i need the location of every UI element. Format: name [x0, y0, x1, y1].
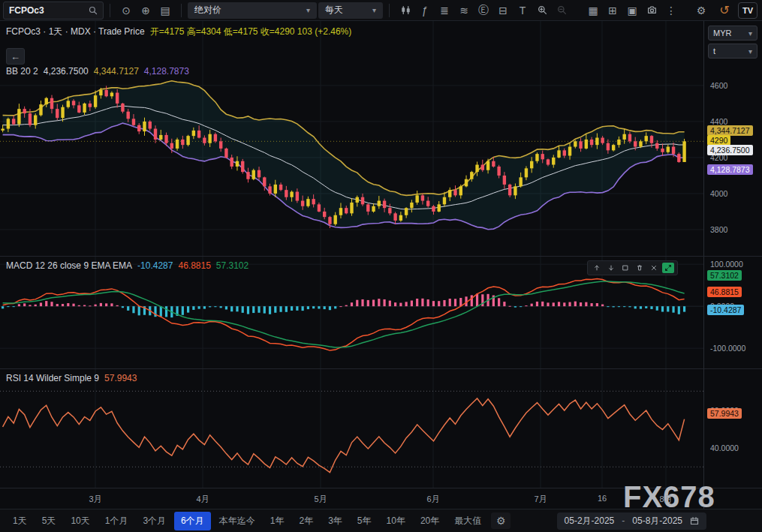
- symbol-search-value: FCPOc3: [9, 5, 44, 16]
- price-axis-label: 4000: [710, 189, 727, 198]
- time-axis-label: 3月: [89, 494, 101, 505]
- text-tool-icon[interactable]: T: [513, 2, 532, 20]
- range-button-1天[interactable]: 1天: [6, 512, 34, 530]
- economic-events-icon[interactable]: Ⓔ: [474, 2, 493, 20]
- interval-label: 每天: [325, 4, 343, 17]
- toolbar-divider: [181, 4, 182, 17]
- toolbar-layout-icons: ▦⊞▣⋮: [583, 2, 681, 20]
- scroll-left-button[interactable]: ←: [6, 48, 25, 65]
- indicator-templates-icon[interactable]: ≣: [435, 2, 454, 20]
- date-from: 05-2月-2025: [565, 515, 615, 527]
- price-scale[interactable]: MYR ▾ t ▾ 46004400420040003800100.00000.…: [703, 21, 762, 509]
- range-settings-icon[interactable]: ⚙: [491, 512, 511, 529]
- price-mode-dropdown[interactable]: 绝对价 ▾: [188, 2, 317, 19]
- chevron-down-icon: ▾: [748, 29, 752, 38]
- pane-divider[interactable]: [0, 368, 762, 369]
- rsi-pane-header[interactable]: RSI 14 Wilder Simple 9 57.9943: [6, 373, 137, 383]
- currency-label: MYR: [713, 29, 731, 38]
- toolbar-divider: [110, 4, 110, 17]
- macd-pane-controls: [587, 260, 678, 275]
- save-layout-icon[interactable]: ▣: [622, 2, 642, 20]
- pane-delete-icon[interactable]: [634, 263, 646, 273]
- range-button-3年[interactable]: 3年: [321, 512, 349, 530]
- rsi-axis-label: 40.0000: [710, 443, 739, 452]
- date-range-picker[interactable]: 05-2月-2025 - 05-8月-2025: [557, 512, 706, 530]
- open-layout-icon[interactable]: ▤: [155, 2, 175, 20]
- range-buttons: 1天5天10天1个月3个月6个月本年迄今1年2年3年5年10年20年最大值: [6, 512, 488, 530]
- chevron-down-icon: ▾: [748, 47, 752, 56]
- price-badge: 4,344.7127: [707, 125, 753, 136]
- zoom-in-icon[interactable]: [532, 2, 552, 20]
- range-button-2年[interactable]: 2年: [292, 512, 320, 530]
- time-axis-label: 6月: [426, 494, 439, 505]
- range-button-6个月[interactable]: 6个月: [174, 512, 211, 530]
- unit-dropdown[interactable]: t ▾: [708, 44, 757, 59]
- rsi-value: 57.9943: [104, 373, 137, 383]
- chart-title[interactable]: FCPOc3 · 1天 · MDX · Trade Price: [6, 26, 145, 38]
- toolbar-divider: [389, 4, 390, 17]
- watchlist-icon[interactable]: ⊙: [116, 2, 136, 20]
- rsi-chart-canvas[interactable]: [0, 368, 703, 488]
- range-button-1年[interactable]: 1年: [264, 512, 291, 530]
- toolbar-tool-icons: ƒ≣≋Ⓔ⊟T: [396, 2, 571, 20]
- price-chart-canvas[interactable]: [0, 21, 703, 256]
- pane-close-icon[interactable]: [648, 263, 660, 273]
- range-button-1个月[interactable]: 1个月: [98, 512, 135, 530]
- macd-badge: 57.3102: [707, 270, 742, 281]
- currency-dropdown[interactable]: MYR ▾: [708, 26, 757, 41]
- layout-grid-icon[interactable]: ▦: [583, 2, 603, 20]
- chart-style-icon[interactable]: [396, 2, 415, 20]
- rsi-indicator-label: RSI 14 Wilder Simple 9: [6, 373, 99, 383]
- macd-indicator-label: MACD 12 26 close 9 EMA EMA: [6, 260, 132, 271]
- range-button-5年[interactable]: 5年: [351, 512, 378, 530]
- price-mode-label: 绝对价: [194, 4, 221, 17]
- compare-icon[interactable]: ≋: [454, 2, 474, 20]
- pane-expand-icon[interactable]: [662, 263, 674, 273]
- chevron-down-icon: ▾: [372, 6, 376, 14]
- calendar-icon: [690, 516, 699, 525]
- range-button-3个月[interactable]: 3个月: [136, 512, 173, 530]
- range-button-10年[interactable]: 10年: [380, 512, 412, 530]
- chart-column: FCPOc3 · 1天 · MDX · Trade Price 开=4175 高…: [0, 21, 703, 509]
- pane-divider[interactable]: [0, 256, 762, 257]
- trading-app: FCPOc3 ⊙⊕▤ 绝对价 ▾ 每天 ▾ ƒ≣≋Ⓔ⊟T ▦⊞▣⋮ ⚙ ↺ TV: [0, 0, 762, 532]
- macd-line-value: 46.8815: [178, 260, 210, 271]
- macd-pane-header[interactable]: MACD 12 26 close 9 EMA EMA -10.4287 46.8…: [6, 260, 248, 271]
- rsi-badge: 57.9943: [707, 408, 742, 419]
- macd-badge: -10.4287: [707, 305, 744, 315]
- price-pane: FCPOc3 · 1天 · MDX · Trade Price 开=4175 高…: [0, 21, 703, 256]
- bb-indicator-row[interactable]: BB 20 2 4,236.7500 4,344.7127 4,128.7873: [6, 66, 189, 77]
- price-badge: 4,128.7873: [707, 164, 753, 175]
- range-button-5天[interactable]: 5天: [35, 512, 63, 530]
- bottom-toolbar: 1天5天10天1个月3个月6个月本年迄今1年2年3年5年10年20年最大值 ⚙ …: [0, 509, 762, 532]
- more-options-icon[interactable]: ⋮: [661, 2, 681, 20]
- zoom-out-icon[interactable]: [552, 2, 571, 20]
- bb-lower-value: 4,128.7873: [144, 66, 189, 77]
- interval-dropdown[interactable]: 每天 ▾: [318, 2, 383, 19]
- range-button-最大值[interactable]: 最大值: [447, 512, 488, 530]
- price-badge: 4,236.7500: [707, 145, 753, 155]
- time-axis[interactable]: 3月4月5月6月7月168月: [0, 488, 703, 509]
- macd-axis-label: -100.0000: [710, 344, 745, 353]
- pane-move-down-icon[interactable]: [605, 263, 617, 273]
- add-symbol-icon[interactable]: ⊕: [136, 2, 155, 20]
- rsi-pane: RSI 14 Wilder Simple 9 57.9943: [0, 368, 703, 488]
- symbol-search[interactable]: FCPOc3: [3, 2, 104, 20]
- chevron-down-icon: ▾: [306, 6, 310, 14]
- pane-maximize-icon[interactable]: [619, 263, 631, 273]
- range-button-本年迄今[interactable]: 本年迄今: [212, 512, 262, 530]
- pane-move-up-icon[interactable]: [591, 263, 603, 273]
- screenshot-icon[interactable]: [642, 2, 661, 20]
- indicators-icon[interactable]: ƒ: [415, 2, 435, 20]
- range-button-10天[interactable]: 10天: [64, 512, 96, 530]
- toolbar-left-icons: ⊙⊕▤: [116, 2, 175, 20]
- alignment-tool-icon[interactable]: ⊟: [493, 2, 513, 20]
- multi-chart-icon[interactable]: ⊞: [603, 2, 622, 20]
- price-pane-header: FCPOc3 · 1天 · MDX · Trade Price 开=4175 高…: [6, 26, 351, 38]
- tradingview-logo[interactable]: TV: [738, 2, 757, 19]
- settings-gear-icon[interactable]: ⚙: [691, 2, 711, 20]
- reset-chart-icon[interactable]: ↺: [715, 2, 734, 20]
- range-button-20年[interactable]: 20年: [414, 512, 446, 530]
- search-icon: [89, 6, 98, 15]
- unit-label: t: [713, 47, 715, 56]
